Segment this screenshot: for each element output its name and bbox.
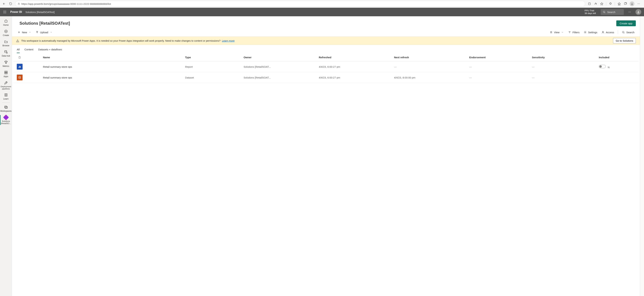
cell: Report [183,61,242,72]
browser-refresh-button[interactable] [8,2,13,6]
svg-rect-5 [624,3,626,5]
svg-rect-1 [588,3,590,5]
table-row[interactable]: Retail summary store opsReportSolutions … [13,61,638,72]
new-button[interactable]: New [16,30,33,35]
favorites-list-icon[interactable] [617,2,621,6]
top-more-icon[interactable] [627,10,632,14]
svg-point-23 [630,12,631,12]
data-hub-icon [4,50,8,54]
product-brand[interactable]: Power BI [10,11,22,14]
cell: Solutions [RetailSOAT... [242,72,317,83]
home-icon [4,19,8,23]
view-button[interactable]: View [548,30,565,35]
collections-icon[interactable] [624,2,627,6]
col-name[interactable]: Name [41,53,183,61]
col-next-refresh[interactable]: Next refresh [392,53,467,61]
browser-address-bar: https://app.powerbi.bom/groups/aaaaaaaa-… [0,0,644,8]
svg-marker-3 [618,3,620,5]
user-avatar[interactable] [636,9,641,15]
nav-label: Deployment pipelines [0,86,12,90]
create-app-button[interactable]: Create app [616,20,636,26]
svg-point-17 [4,13,5,13]
access-button[interactable]: Access [600,30,616,35]
table-body: Retail summary store opsReportSolutions … [13,61,638,83]
dataset-icon [17,75,22,80]
button-label: Settings [588,31,597,34]
table-row[interactable]: Retail summary store opsDatasetSolutions… [13,72,638,83]
nav-data-hub[interactable]: Data hub [0,49,12,58]
svg-point-24 [638,11,639,12]
workspace-search-button[interactable]: Search [620,30,636,35]
tab-content[interactable]: Content [24,48,34,53]
browser-more-icon[interactable] [637,2,640,6]
browser-address-input[interactable]: https://app.powerbi.bom/groups/aaaaaaaa-… [15,1,585,7]
svg-point-47 [585,32,586,33]
app-launcher-icon[interactable] [3,10,7,14]
banner-text: This workspace is automatically managed … [21,39,234,42]
plus-circle-icon [4,29,8,33]
button-label: Access [606,31,614,34]
svg-line-20 [605,13,605,13]
learn-more-link[interactable]: Learn more [222,39,234,42]
global-search[interactable] [601,9,624,15]
cell: — [392,61,467,72]
filter-icon [568,31,571,34]
svg-point-11 [4,11,5,11]
svg-point-13 [4,12,4,12]
col-owner[interactable]: Owner [242,53,317,61]
chevron-down-icon [50,31,53,34]
nav-browse[interactable]: Browse [0,38,12,48]
button-label: Search [626,31,634,34]
shopping-icon[interactable] [588,2,591,6]
nav-home[interactable]: Home [0,18,12,28]
settings-button[interactable]: Settings [582,30,599,35]
svg-point-49 [622,31,624,33]
svg-point-21 [628,12,629,12]
svg-point-56 [19,76,21,77]
nav-learn[interactable]: Learn [0,91,12,101]
extensions-icon[interactable] [608,2,612,6]
favorite-star-icon[interactable] [600,2,604,6]
svg-rect-30 [4,71,6,72]
col-endorsement[interactable]: Endorsement [467,53,530,61]
col-sensitivity[interactable]: Sensitivity [530,53,597,61]
cell: 4/4/23, 6:00:27 pm [317,72,392,83]
col-type[interactable]: Type [183,53,242,61]
nav-label: Metrics [2,65,9,67]
browser-profile-avatar[interactable] [630,1,634,6]
read-aloud-icon[interactable] [594,2,598,6]
nav-metrics[interactable]: Metrics [0,59,12,69]
nav-workspaces[interactable]: Workspaces [0,104,12,114]
nav-apps[interactable]: Apps [0,69,12,79]
url-text: https://app.powerbi.bom/groups/aaaaaaaa-… [22,3,111,5]
svg-rect-31 [6,71,7,72]
person-icon [602,31,604,34]
included-toggle[interactable] [599,65,606,68]
filters-button[interactable]: Filters [567,30,581,35]
gear-icon [584,31,587,34]
browser-back-button[interactable] [2,2,6,6]
nav-create[interactable]: Create [0,28,12,38]
go-to-solutions-button[interactable]: Go to Solutions [613,38,636,43]
button-label: New [22,31,27,34]
list-icon [550,31,553,34]
cell-included [597,72,638,83]
nav-deployment-pipelines[interactable]: Deployment pipelines [0,79,12,91]
col-included[interactable]: Included [597,53,638,61]
top-app-bar: Power BI Solutions [RetailSOATest] PPU T… [0,8,644,16]
cell: Solutions [RetailSOAT... [242,61,317,72]
svg-point-34 [6,82,7,83]
tab-all[interactable]: All [17,48,20,53]
svg-rect-35 [4,106,7,108]
breadcrumb[interactable]: Solutions [RetailSOATest] [25,11,54,14]
tab-datasets-dataflows[interactable]: Datasets + dataflows [38,48,62,53]
nav-label: Workspaces [0,110,12,112]
main-content: Solutions [RetailSOATest] Create app New… [12,16,640,296]
svg-rect-33 [6,73,7,74]
global-search-input[interactable] [607,11,622,14]
left-nav: Home Create Browse Data hub Metrics Apps… [0,16,12,296]
nav-current-workspace[interactable]: Solutions [RetailSO... [0,114,12,126]
cell: — [530,72,597,83]
upload-button[interactable]: Upload [34,30,54,35]
col-refreshed[interactable]: Refreshed [317,53,392,61]
